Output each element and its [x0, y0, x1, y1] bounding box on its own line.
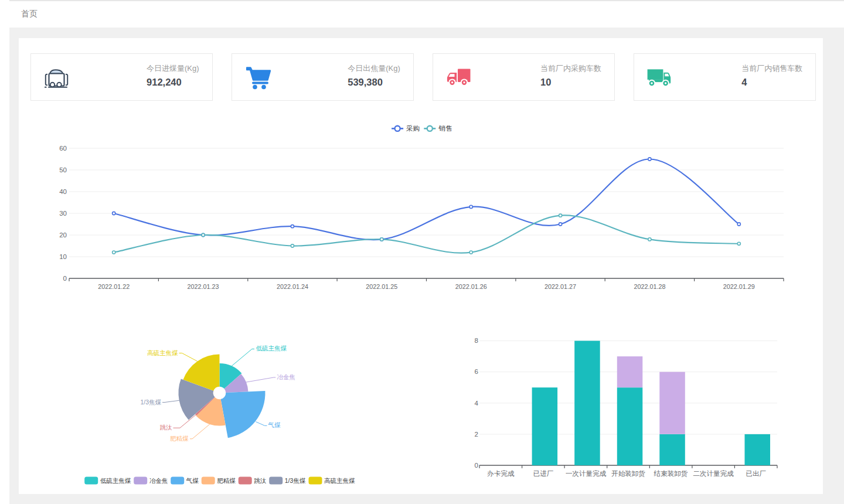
svg-text:肥精煤: 肥精煤: [170, 435, 189, 442]
svg-text:采购: 采购: [406, 125, 420, 132]
svg-text:30: 30: [59, 210, 67, 217]
svg-text:跳汰: 跳汰: [160, 424, 173, 431]
svg-text:高硫主焦煤: 高硫主焦煤: [324, 477, 355, 484]
svg-text:50: 50: [59, 166, 67, 173]
svg-text:低硫主焦煤: 低硫主焦煤: [100, 477, 131, 484]
svg-text:0: 0: [475, 462, 478, 469]
svg-text:2022.01.29: 2022.01.29: [723, 283, 755, 290]
svg-text:1/3焦煤: 1/3焦煤: [285, 477, 306, 484]
svg-text:4: 4: [475, 400, 479, 407]
svg-text:已出厂: 已出厂: [746, 470, 766, 477]
svg-text:10: 10: [59, 253, 67, 260]
svg-text:一次计量完成: 一次计量完成: [566, 470, 607, 477]
svg-text:8: 8: [475, 337, 478, 344]
svg-text:2: 2: [475, 431, 478, 438]
svg-text:办卡完成: 办卡完成: [487, 470, 515, 477]
svg-text:2022.01.26: 2022.01.26: [455, 283, 487, 290]
svg-text:6: 6: [475, 368, 478, 375]
svg-text:2022.01.22: 2022.01.22: [98, 283, 130, 290]
svg-text:20: 20: [59, 231, 67, 239]
svg-text:冶金焦: 冶金焦: [149, 477, 168, 484]
svg-text:气煤: 气煤: [186, 477, 199, 484]
svg-text:2022.01.28: 2022.01.28: [634, 283, 665, 290]
svg-text:高硫主焦煤: 高硫主焦煤: [147, 349, 178, 356]
svg-text:冶金焦: 冶金焦: [277, 373, 295, 380]
svg-text:肥精煤: 肥精煤: [217, 477, 236, 484]
svg-text:2022.01.25: 2022.01.25: [366, 283, 397, 290]
svg-text:2022.01.23: 2022.01.23: [188, 283, 219, 290]
svg-text:低硫主焦煤: 低硫主焦煤: [256, 345, 287, 352]
svg-text:销售: 销售: [438, 125, 452, 132]
svg-text:开始装卸货: 开始装卸货: [611, 470, 645, 478]
svg-text:气煤: 气煤: [268, 421, 281, 428]
svg-text:结束装卸货: 结束装卸货: [654, 470, 688, 478]
svg-text:0: 0: [63, 275, 67, 282]
svg-text:1/3焦煤: 1/3焦煤: [140, 399, 161, 406]
svg-text:跳汰: 跳汰: [254, 477, 267, 484]
svg-text:2022.01.27: 2022.01.27: [544, 283, 576, 290]
svg-text:二次计量完成: 二次计量完成: [693, 470, 734, 477]
svg-text:40: 40: [59, 188, 67, 195]
svg-text:60: 60: [59, 145, 67, 152]
svg-text:已进厂: 已进厂: [533, 470, 554, 477]
svg-text:2022.01.24: 2022.01.24: [277, 283, 308, 290]
